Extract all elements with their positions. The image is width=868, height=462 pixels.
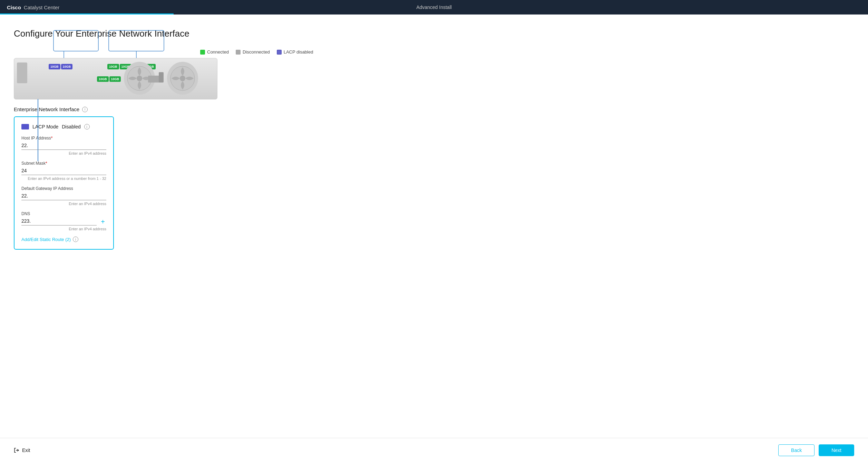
lacp-disabled-label: LACP disabled xyxy=(284,49,313,55)
host-ip-label: Host IP Address* xyxy=(21,136,106,141)
next-button[interactable]: Next xyxy=(819,444,854,456)
lacp-mode-row: LACP Mode Disabled i xyxy=(21,124,106,129)
legend: Connected Disconnected LACP disabled xyxy=(14,49,854,55)
cisco-brand: Cisco xyxy=(7,4,21,10)
back-button[interactable]: Back xyxy=(778,444,815,456)
product-name: Catalyst Center xyxy=(24,4,59,10)
legend-disconnected: Disconnected xyxy=(236,49,270,55)
footer-actions: Back Next xyxy=(778,444,854,456)
lacp-mode-icon xyxy=(21,124,29,129)
port-10gb-1[interactable]: 10GB xyxy=(49,64,60,69)
host-ip-field: Host IP Address* Enter an IPv4 address xyxy=(21,136,106,155)
lacp-info-icon[interactable]: i xyxy=(84,124,90,129)
add-dns-button[interactable]: + xyxy=(99,218,106,225)
svg-point-7 xyxy=(180,76,185,81)
port-group-bottom: 10GB 10GB xyxy=(97,76,121,82)
lacp-mode-label: LACP Mode xyxy=(32,124,58,129)
eni-info-icon[interactable]: i xyxy=(82,107,88,112)
connected-label: Connected xyxy=(207,49,229,55)
eni-card: LACP Mode Disabled i Host IP Address* En… xyxy=(14,116,114,250)
header-title: Advanced Install xyxy=(416,4,452,10)
port-10gb-2[interactable]: 10GB xyxy=(61,64,73,69)
main-content: Configure Your Enterprise Network Interf… xyxy=(0,15,868,462)
gateway-label: Default Gateway IP Address xyxy=(21,186,106,191)
static-route-info-icon[interactable]: i xyxy=(73,237,78,242)
connected-icon xyxy=(200,50,205,55)
disconnected-label: Disconnected xyxy=(243,49,270,55)
port-group-top-left: 10GB 10GB xyxy=(49,64,72,69)
exit-icon xyxy=(14,447,19,453)
dns-input[interactable] xyxy=(21,218,97,225)
host-ip-hint: Enter an IPv4 address xyxy=(21,151,106,155)
port-10gb-8[interactable]: 10GB xyxy=(109,76,121,82)
header-logo: Cisco Catalyst Center xyxy=(7,4,59,10)
legend-connected: Connected xyxy=(200,49,229,55)
header: Cisco Catalyst Center Advanced Install xyxy=(0,0,868,15)
lacp-status: Disabled xyxy=(62,124,80,129)
server-diagram: 10GB 10GB 10GB 10GB 10GB 10GB 10GB 10GB xyxy=(14,58,217,99)
exit-button[interactable]: Exit xyxy=(14,447,30,453)
subnet-mask-hint: Enter an IPv4 address or a number from 1… xyxy=(21,176,106,181)
subnet-mask-field: Subnet Mask* Enter an IPv4 address or a … xyxy=(21,161,106,181)
eni-section-label: Enterprise Network Interface i xyxy=(14,106,854,112)
subnet-mask-label: Subnet Mask* xyxy=(21,161,106,166)
port-10gb-3[interactable]: 10GB xyxy=(107,64,119,69)
dns-hint: Enter an IPv4 address xyxy=(21,227,106,231)
dns-row: + xyxy=(21,218,106,225)
legend-lacp-disabled: LACP disabled xyxy=(277,49,313,55)
dns-field: DNS + Enter an IPv4 address xyxy=(21,211,106,231)
dns-label: DNS xyxy=(21,211,106,216)
subnet-mask-input[interactable] xyxy=(21,167,106,175)
disconnected-icon xyxy=(236,50,241,55)
eni-section: Enterprise Network Interface i LACP Mode… xyxy=(14,106,854,250)
gateway-hint: Enter an IPv4 address xyxy=(21,202,106,206)
static-route-link[interactable]: Add/Edit Static Route (2) i xyxy=(21,237,106,242)
lacp-disabled-icon xyxy=(277,50,282,55)
host-ip-input[interactable] xyxy=(21,142,106,150)
page-title: Configure Your Enterprise Network Interf… xyxy=(14,28,854,39)
footer: Exit Back Next xyxy=(0,438,868,462)
svg-point-5 xyxy=(137,76,142,81)
gateway-field: Default Gateway IP Address Enter an IPv4… xyxy=(21,186,106,206)
gateway-input[interactable] xyxy=(21,192,106,200)
fan-right xyxy=(169,65,196,92)
port-10gb-7[interactable]: 10GB xyxy=(97,76,109,82)
